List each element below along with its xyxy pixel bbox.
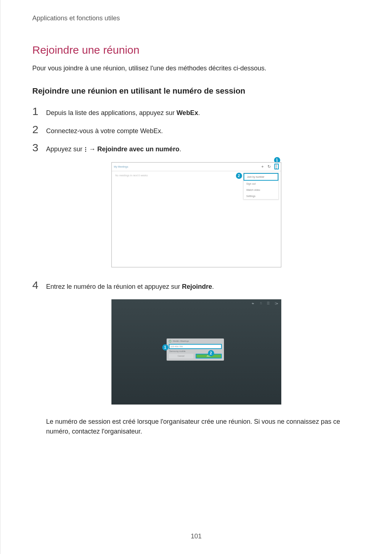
section-title: Rejoindre une réunion xyxy=(32,44,360,56)
webex-logo-icon xyxy=(169,340,171,342)
svg-point-1 xyxy=(85,149,86,150)
svg-point-2 xyxy=(85,151,86,152)
text: Depuis la liste des applications, appuye… xyxy=(46,109,176,116)
plus-icon[interactable]: + xyxy=(261,165,264,169)
dialog-title: WebEx Meetings xyxy=(173,340,189,342)
refresh-icon[interactable]: ↻ xyxy=(268,165,271,169)
app-header: My Meetings + ↻ xyxy=(112,163,281,171)
step-1: 1 Depuis la liste des applications, appu… xyxy=(32,106,360,118)
page-number: 101 xyxy=(191,533,201,540)
placeholder-text: 123-456-789 xyxy=(171,345,183,348)
step-2: 2 Connectez-vous à votre compte WebEx. xyxy=(32,124,360,136)
figure-2: ▪▸ ⎍ ☰ ▯▸ WebEx Meetings 123-456-789 Sam… xyxy=(32,299,360,405)
menu-item-watch-video[interactable]: Watch video xyxy=(244,187,278,193)
step-text: Connectez-vous à votre compte WebEx. xyxy=(46,127,163,136)
bold: Rejoindre xyxy=(182,283,212,290)
svg-point-4 xyxy=(276,166,277,167)
dropdown-menu: Join by number Sign out Watch video Sett… xyxy=(243,173,279,200)
bold: WebEx xyxy=(176,109,198,116)
text: . xyxy=(179,145,181,153)
more-vertical-icon[interactable] xyxy=(274,164,279,169)
step-4-note: Le numéro de session est créé lorsque l'… xyxy=(32,417,360,436)
step-number: 2 xyxy=(32,124,46,135)
intro-text: Pour vous joindre à une réunion, utilise… xyxy=(32,63,360,73)
subsection-title: Rejoindre une réunion en utilisant le nu… xyxy=(32,86,360,96)
callout-badge: 2 xyxy=(236,173,242,179)
more-vertical-icon xyxy=(85,147,86,152)
cancel-button[interactable]: Cancel xyxy=(169,354,193,358)
step-text: Entrez le numéro de la réunion et appuye… xyxy=(46,282,214,291)
callout-badge: 1 xyxy=(162,344,168,350)
screenshot-join-dialog: ▪▸ ⎍ ☰ ▯▸ WebEx Meetings 123-456-789 Sam… xyxy=(111,299,281,405)
text: . xyxy=(198,109,200,116)
exit-icon: ▯▸ xyxy=(275,301,278,305)
text: Entrez le numéro de la réunion et appuye… xyxy=(46,283,182,290)
page-header: Applications et fonctions utiles xyxy=(32,15,360,22)
screenshot-my-meetings: My Meetings + ↻ No meetings in next 6 we… xyxy=(111,162,281,267)
step-number: 3 xyxy=(32,142,46,153)
svg-point-3 xyxy=(276,165,277,165)
figure-1: 1 My Meetings + ↻ No meetings in next 6 … xyxy=(32,162,360,267)
step-number: 4 xyxy=(32,280,46,291)
mic-icon: ⎍ xyxy=(260,301,262,305)
step-text: Appuyez sur → Rejoindre avec un numéro. xyxy=(46,145,181,154)
meeting-number-field[interactable]: 123-456-789 xyxy=(169,344,222,349)
svg-point-5 xyxy=(276,168,277,168)
join-dialog: WebEx Meetings 123-456-789 Samsung mobil… xyxy=(167,338,224,361)
list-icon: ☰ xyxy=(267,301,270,305)
menu-item-join-by-number[interactable]: Join by number xyxy=(244,173,278,181)
step-text: Depuis la liste des applications, appuye… xyxy=(46,108,200,118)
menu-item-settings[interactable]: Settings xyxy=(244,193,278,199)
callout-badge: 2 xyxy=(208,350,214,356)
video-icon: ▪▸ xyxy=(252,301,254,305)
menu-item-sign-out[interactable]: Sign out xyxy=(244,181,278,187)
bold: Rejoindre avec un numéro xyxy=(97,145,179,153)
step-number: 1 xyxy=(32,106,46,117)
step-4: 4 Entrez le numéro de la réunion et appu… xyxy=(32,280,360,291)
status-bar: ▪▸ ⎍ ☰ ▯▸ xyxy=(252,301,278,305)
step-3: 3 Appuyez sur → Rejoindre avec un numéro… xyxy=(32,142,360,154)
text: . xyxy=(212,283,214,290)
text: → xyxy=(87,145,97,153)
app-title: My Meetings xyxy=(114,165,128,168)
text: Appuyez sur xyxy=(46,145,84,153)
svg-point-0 xyxy=(85,147,86,148)
